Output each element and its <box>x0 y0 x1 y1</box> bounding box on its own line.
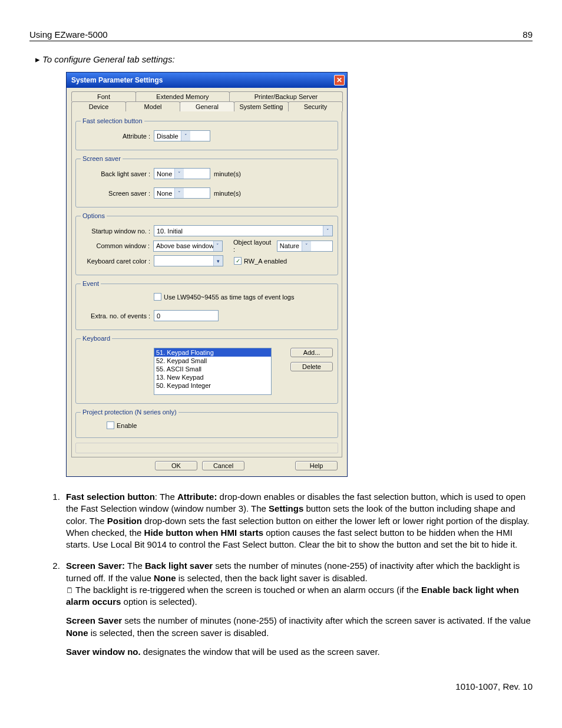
combo-screen-saver[interactable]: None ˅ <box>154 187 210 199</box>
tab-security[interactable]: Security <box>288 101 343 111</box>
group-screen-saver: Screen saver Back light saver : None ˅ m… <box>75 155 338 207</box>
chevron-down-icon[interactable]: ˅ <box>323 226 332 236</box>
tab-font[interactable]: Font <box>71 91 136 101</box>
instruction-line: To configure General tab settings: <box>35 54 533 65</box>
label-extra-events: Extra. no. of events : <box>81 312 154 319</box>
list-item[interactable]: 52. Keypad Small <box>154 357 271 365</box>
legend-keyboard: Keyboard <box>81 335 112 342</box>
input-extra-events[interactable]: 0 <box>154 310 219 321</box>
blank-pane <box>75 443 338 453</box>
ok-button[interactable]: OK <box>155 461 197 470</box>
combo-backlight-saver[interactable]: None ˅ <box>154 168 210 179</box>
tabs-row-bottom: Device Model General System Setting Secu… <box>71 101 342 111</box>
delete-button[interactable]: Delete <box>290 362 333 371</box>
checkbox-use-lw[interactable]: Use LW9450~9455 as time tags of event lo… <box>154 293 294 301</box>
label-use-lw: Use LW9450~9455 as time tags of event lo… <box>164 294 294 301</box>
checkbox-rw-a[interactable]: ✓ RW_A enabled <box>234 257 287 265</box>
tab-printer-backup[interactable]: Printer/Backup Server <box>229 91 343 101</box>
header-page: 89 <box>523 29 533 39</box>
group-keyboard: Keyboard 51. Keypad Floating 52. Keypad … <box>75 335 338 404</box>
unit-minutes-2: minute(s) <box>214 190 241 197</box>
group-protection: Project protection (N series only) Enabl… <box>75 409 338 438</box>
legend-options: Options <box>81 212 107 219</box>
legend-screen-saver: Screen saver <box>81 155 123 162</box>
combo-attribute-value: Disable <box>154 133 181 140</box>
desc-item-2: Screen Saver: The Back light saver sets … <box>62 560 533 658</box>
check-icon: ✓ <box>234 257 242 265</box>
combo-screensaver-value: None <box>154 190 174 197</box>
group-event: Event Use LW9450~9455 as time tags of ev… <box>75 280 338 330</box>
label-startup-window: Startup window no. : <box>81 228 154 235</box>
tabs-row-top: Font Extended Memory Printer/Backup Serv… <box>71 91 342 101</box>
checkbox-box <box>154 293 161 301</box>
tab-device[interactable]: Device <box>71 101 126 111</box>
list-item[interactable]: 13. New Keypad <box>154 373 271 381</box>
tab-system-setting[interactable]: System Setting <box>234 101 289 111</box>
label-enable-protection: Enable <box>117 422 137 429</box>
label-screen-saver: Screen saver : <box>81 190 154 197</box>
combo-startup-window[interactable]: 10. Initial ˅ <box>154 225 333 236</box>
dialog-titlebar: System Parameter Settings ✕ <box>67 73 347 88</box>
listbox-keyboard[interactable]: 51. Keypad Floating 52. Keypad Small 55.… <box>154 348 272 395</box>
checkbox-box <box>107 421 114 429</box>
value-extra-events: 0 <box>157 312 160 319</box>
chevron-down-icon[interactable]: ˅ <box>174 188 184 198</box>
list-item[interactable]: 55. ASCII Small <box>154 365 271 373</box>
general-panel: Fast selection button Attribute : Disabl… <box>71 111 342 457</box>
group-fast-selection: Fast selection button Attribute : Disabl… <box>75 117 338 150</box>
dialog-button-row: OK Cancel Help <box>71 457 342 470</box>
combo-common-window[interactable]: Above base window ˅ <box>153 241 223 252</box>
combo-common-value: Above base window <box>154 242 213 249</box>
system-parameter-dialog: System Parameter Settings ✕ Font Extende… <box>66 72 348 477</box>
combo-caret-color[interactable]: ▾ <box>154 255 223 266</box>
label-object-layout: Object layout : <box>233 239 275 253</box>
close-icon[interactable]: ✕ <box>334 75 345 85</box>
label-common-window: Common window : <box>81 242 153 249</box>
legend-event: Event <box>81 280 101 287</box>
label-rw-a: RW_A enabled <box>244 258 287 265</box>
checkbox-enable-protection[interactable]: Enable <box>107 421 137 429</box>
description-list: Fast selection button: The Attribute: dr… <box>29 491 533 658</box>
desc-item-1: Fast selection button: The Attribute: dr… <box>62 491 533 551</box>
combo-layout-value: Nature <box>277 242 302 249</box>
help-button[interactable]: Help <box>295 461 338 470</box>
combo-backlight-value: None <box>154 170 174 177</box>
note-icon <box>66 585 75 595</box>
label-backlight-saver: Back light saver : <box>81 170 154 177</box>
tab-extended-memory[interactable]: Extended Memory <box>135 91 230 101</box>
list-item[interactable]: 50. Keypad Integer <box>154 381 271 390</box>
combo-attribute[interactable]: Disable ˅ <box>154 130 210 141</box>
footer-revision: 1010-1007, Rev. 10 <box>29 681 533 691</box>
label-caret-color: Keyboard caret color : <box>81 258 154 265</box>
combo-object-layout[interactable]: Nature ˅ <box>277 241 333 252</box>
chevron-down-icon[interactable]: ˅ <box>181 131 190 141</box>
cancel-button[interactable]: Cancel <box>202 461 244 470</box>
tab-model[interactable]: Model <box>125 101 180 111</box>
label-attribute: Attribute : <box>81 133 154 140</box>
page-header: Using EZware-5000 89 <box>29 29 533 41</box>
chevron-down-icon[interactable]: ˅ <box>174 169 184 179</box>
add-button[interactable]: Add... <box>290 348 333 357</box>
header-title: Using EZware-5000 <box>29 29 108 39</box>
chevron-down-icon[interactable]: ▾ <box>213 256 223 266</box>
dialog-title: System Parameter Settings <box>71 76 163 84</box>
group-options: Options Startup window no. : 10. Initial… <box>75 212 338 275</box>
chevron-down-icon[interactable]: ˅ <box>302 241 311 251</box>
combo-startup-value: 10. Initial <box>154 228 323 235</box>
legend-fast-selection: Fast selection button <box>81 117 144 124</box>
chevron-down-icon[interactable]: ˅ <box>213 241 222 251</box>
legend-protection: Project protection (N series only) <box>81 409 178 416</box>
list-item[interactable]: 51. Keypad Floating <box>154 348 271 357</box>
tab-general[interactable]: General <box>180 101 234 111</box>
unit-minutes-1: minute(s) <box>214 170 241 177</box>
